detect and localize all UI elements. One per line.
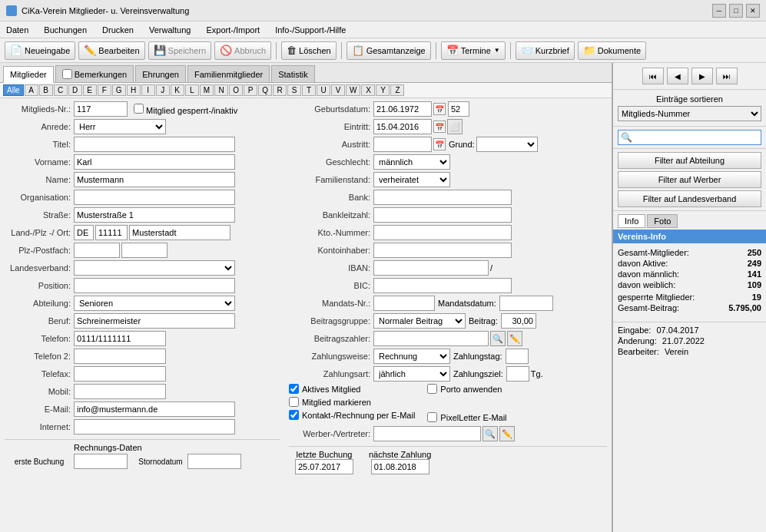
menu-daten[interactable]: Daten [3, 25, 32, 35]
alpha-b[interactable]: B [39, 84, 53, 96]
iban-input[interactable] [373, 260, 489, 276]
tab-familienmitglieder[interactable]: Familienmitglieder [187, 65, 270, 82]
alpha-a[interactable]: A [25, 84, 38, 96]
nav-last-button[interactable]: ⏭ [716, 68, 738, 84]
termine-dropdown-arrow[interactable]: ▼ [494, 47, 500, 54]
alpha-m[interactable]: M [200, 84, 214, 96]
name-input[interactable] [74, 172, 235, 187]
bemerkungen-checkbox[interactable] [62, 69, 72, 79]
geburtsdatum-input[interactable] [373, 101, 432, 117]
beruf-input[interactable] [74, 313, 235, 329]
eintritt-extra-button[interactable]: ⬜ [447, 119, 463, 134]
kontakt-rechnung-checkbox[interactable] [289, 410, 299, 420]
alpha-t[interactable]: T [302, 84, 316, 96]
austritt-input[interactable] [373, 137, 432, 152]
storno-input[interactable] [187, 454, 241, 469]
alpha-s[interactable]: S [287, 84, 301, 96]
menu-drucken[interactable]: Drucken [99, 25, 137, 35]
beitragszahler-input[interactable] [373, 331, 489, 346]
bic-input[interactable] [373, 278, 512, 293]
alpha-g[interactable]: G [112, 84, 126, 96]
dokumente-button[interactable]: 📁 Dokumente [578, 41, 646, 60]
alpha-c[interactable]: C [54, 84, 68, 96]
grund-select[interactable] [476, 137, 538, 152]
alpha-p[interactable]: P [244, 84, 257, 96]
vorname-input[interactable] [74, 154, 235, 170]
alpha-w[interactable]: W [346, 84, 360, 96]
porto-checkbox[interactable] [427, 384, 437, 394]
search-input[interactable] [635, 131, 761, 144]
erste-buchung-input[interactable] [74, 454, 128, 469]
alpha-i[interactable]: I [141, 84, 155, 96]
land-input[interactable] [74, 225, 94, 240]
anrede-select[interactable]: Herr Frau [74, 119, 166, 134]
mitglied-markieren-checkbox[interactable] [289, 397, 299, 407]
ktonummer-input[interactable] [373, 225, 512, 240]
menu-verwaltung[interactable]: Verwaltung [146, 25, 194, 35]
filter-abteilung-button[interactable]: Filter auf Abteilung [618, 152, 761, 169]
termine-button[interactable]: 📅 Termine ▼ [441, 41, 506, 60]
telefon2-input[interactable] [74, 349, 166, 364]
zahlungstag-input[interactable] [506, 349, 529, 364]
kontoinhaber-input[interactable] [373, 243, 512, 258]
telefon-input[interactable] [74, 331, 166, 346]
zahlungsziel-input[interactable] [506, 366, 529, 382]
alpha-r[interactable]: R [273, 84, 287, 96]
alpha-alle[interactable]: Alle [3, 84, 24, 96]
alpha-l[interactable]: L [185, 84, 199, 96]
alpha-q[interactable]: Q [258, 84, 272, 96]
alpha-v[interactable]: V [331, 84, 345, 96]
abteilung-select[interactable]: Senioren [74, 296, 235, 311]
mandatsnr-input[interactable] [373, 296, 435, 311]
werber-input[interactable] [373, 426, 481, 441]
beitragsgruppe-select[interactable]: Normaler Beitrag [373, 313, 466, 329]
alpha-j[interactable]: J [156, 84, 170, 96]
nav-prev-button[interactable]: ◀ [667, 68, 688, 84]
alpha-f[interactable]: F [98, 84, 111, 96]
gesamtanzeige-button[interactable]: 📋 Gesamtanzeige [347, 41, 431, 60]
plzpostfach-input2[interactable] [121, 243, 167, 258]
mitgliedsnr-input[interactable] [74, 101, 128, 117]
familienstand-select[interactable]: verheiratet ledig [373, 172, 450, 187]
telefax-input[interactable] [74, 366, 166, 382]
aktiv-mitglied-checkbox[interactable] [289, 384, 299, 394]
position-input[interactable] [74, 278, 235, 293]
zahlungsweise-select[interactable]: Rechnung [373, 349, 450, 364]
alpha-h[interactable]: H [127, 84, 141, 96]
beitragszahler-icon2[interactable]: ✏️ [507, 331, 522, 346]
neueingabe-button[interactable]: 📄 Neueingabe [5, 41, 75, 60]
naechste-zahlung-input[interactable] [371, 459, 429, 474]
alpha-d[interactable]: D [68, 84, 82, 96]
maximize-button[interactable]: □ [729, 4, 743, 18]
werber-icon2[interactable]: ✏️ [499, 426, 515, 441]
menu-info[interactable]: Info-/Support-/Hilfe [272, 25, 349, 35]
tab-ehrungen[interactable]: Ehrungen [135, 65, 186, 82]
kurzbrief-button[interactable]: 📨 Kurzbrief [516, 41, 575, 60]
filter-werber-button[interactable]: Filter auf Werber [618, 171, 761, 188]
bank-input[interactable] [373, 190, 512, 205]
geburtsdatum-cal-button[interactable]: 📅 [433, 103, 446, 115]
pixel-letter-checkbox[interactable] [427, 412, 437, 422]
plz-input[interactable] [95, 225, 128, 240]
ort-input[interactable] [129, 225, 230, 240]
alpha-e[interactable]: E [83, 84, 97, 96]
filter-landesverband-button[interactable]: Filter auf Landesverband [618, 190, 761, 207]
landesverband-select[interactable] [74, 260, 235, 276]
menu-buchungen[interactable]: Buchungen [41, 25, 90, 35]
werber-icon1[interactable]: 🔍 [482, 426, 498, 441]
beitrag-input[interactable] [501, 313, 536, 329]
alpha-u[interactable]: U [317, 84, 330, 96]
alpha-z[interactable]: Z [390, 84, 404, 96]
strasse-input[interactable] [74, 207, 235, 223]
nav-first-button[interactable]: ⏮ [642, 68, 664, 84]
eintritt-cal-button[interactable]: 📅 [433, 121, 446, 133]
tab-mitglieder[interactable]: Mitglieder [3, 66, 54, 83]
alpha-y[interactable]: Y [376, 84, 390, 96]
plzpostfach-input1[interactable] [74, 243, 120, 258]
zahlungsart-select[interactable]: jährlich [373, 366, 450, 382]
nav-next-button[interactable]: ▶ [691, 68, 713, 84]
menu-export[interactable]: Export-/Import [203, 25, 263, 35]
gesperrt-checkbox[interactable] [134, 104, 144, 114]
beitragszahler-icon1[interactable]: 🔍 [490, 331, 506, 346]
alpha-k[interactable]: K [171, 84, 184, 96]
